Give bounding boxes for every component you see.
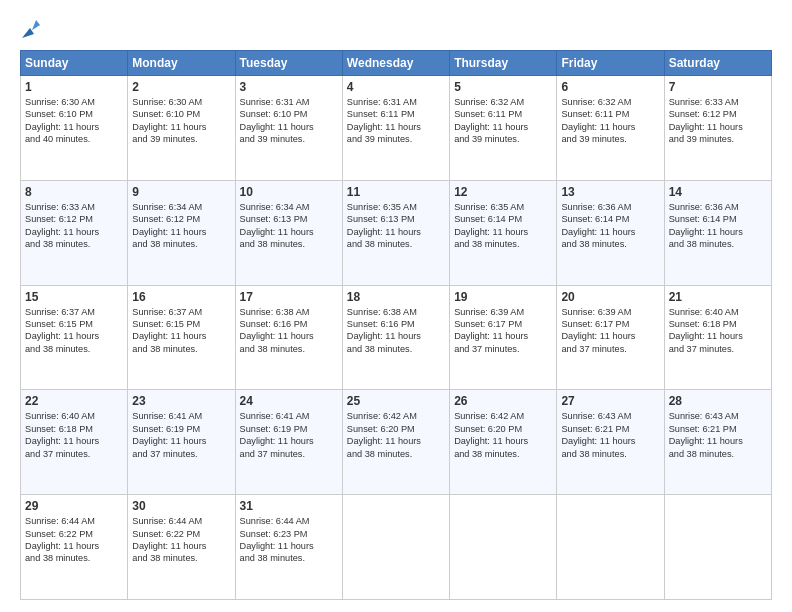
cell-info: Sunrise: 6:43 AMSunset: 6:21 PMDaylight:…	[561, 410, 659, 460]
page: SundayMondayTuesdayWednesdayThursdayFrid…	[0, 0, 792, 612]
day-number: 21	[669, 290, 767, 304]
calendar-cell: 18Sunrise: 6:38 AMSunset: 6:16 PMDayligh…	[342, 285, 449, 390]
cell-info: Sunrise: 6:30 AMSunset: 6:10 PMDaylight:…	[25, 96, 123, 146]
calendar-cell	[342, 495, 449, 600]
cell-info: Sunrise: 6:40 AMSunset: 6:18 PMDaylight:…	[669, 306, 767, 356]
calendar-cell: 17Sunrise: 6:38 AMSunset: 6:16 PMDayligh…	[235, 285, 342, 390]
logo-icon	[22, 16, 44, 38]
day-number: 19	[454, 290, 552, 304]
day-number: 9	[132, 185, 230, 199]
calendar-cell: 16Sunrise: 6:37 AMSunset: 6:15 PMDayligh…	[128, 285, 235, 390]
calendar-cell: 12Sunrise: 6:35 AMSunset: 6:14 PMDayligh…	[450, 180, 557, 285]
calendar-cell: 30Sunrise: 6:44 AMSunset: 6:22 PMDayligh…	[128, 495, 235, 600]
calendar-cell: 5Sunrise: 6:32 AMSunset: 6:11 PMDaylight…	[450, 76, 557, 181]
cell-info: Sunrise: 6:44 AMSunset: 6:22 PMDaylight:…	[25, 515, 123, 565]
day-number: 11	[347, 185, 445, 199]
cell-info: Sunrise: 6:31 AMSunset: 6:10 PMDaylight:…	[240, 96, 338, 146]
cell-info: Sunrise: 6:44 AMSunset: 6:22 PMDaylight:…	[132, 515, 230, 565]
weekday-header-monday: Monday	[128, 51, 235, 76]
day-number: 30	[132, 499, 230, 513]
weekday-header-friday: Friday	[557, 51, 664, 76]
header	[20, 18, 772, 40]
day-number: 5	[454, 80, 552, 94]
day-number: 12	[454, 185, 552, 199]
day-number: 27	[561, 394, 659, 408]
weekday-header-saturday: Saturday	[664, 51, 771, 76]
day-number: 18	[347, 290, 445, 304]
cell-info: Sunrise: 6:42 AMSunset: 6:20 PMDaylight:…	[347, 410, 445, 460]
calendar-cell: 21Sunrise: 6:40 AMSunset: 6:18 PMDayligh…	[664, 285, 771, 390]
day-number: 7	[669, 80, 767, 94]
day-number: 8	[25, 185, 123, 199]
calendar-cell: 7Sunrise: 6:33 AMSunset: 6:12 PMDaylight…	[664, 76, 771, 181]
day-number: 25	[347, 394, 445, 408]
day-number: 26	[454, 394, 552, 408]
calendar-week-1: 1Sunrise: 6:30 AMSunset: 6:10 PMDaylight…	[21, 76, 772, 181]
day-number: 2	[132, 80, 230, 94]
cell-info: Sunrise: 6:40 AMSunset: 6:18 PMDaylight:…	[25, 410, 123, 460]
calendar-cell	[450, 495, 557, 600]
day-number: 29	[25, 499, 123, 513]
logo	[20, 18, 44, 40]
day-number: 14	[669, 185, 767, 199]
day-number: 23	[132, 394, 230, 408]
day-number: 6	[561, 80, 659, 94]
weekday-header-sunday: Sunday	[21, 51, 128, 76]
calendar-cell: 10Sunrise: 6:34 AMSunset: 6:13 PMDayligh…	[235, 180, 342, 285]
day-number: 24	[240, 394, 338, 408]
cell-info: Sunrise: 6:30 AMSunset: 6:10 PMDaylight:…	[132, 96, 230, 146]
calendar-header-row: SundayMondayTuesdayWednesdayThursdayFrid…	[21, 51, 772, 76]
calendar-cell	[557, 495, 664, 600]
cell-info: Sunrise: 6:33 AMSunset: 6:12 PMDaylight:…	[669, 96, 767, 146]
calendar-cell: 4Sunrise: 6:31 AMSunset: 6:11 PMDaylight…	[342, 76, 449, 181]
cell-info: Sunrise: 6:37 AMSunset: 6:15 PMDaylight:…	[132, 306, 230, 356]
day-number: 20	[561, 290, 659, 304]
calendar-cell: 25Sunrise: 6:42 AMSunset: 6:20 PMDayligh…	[342, 390, 449, 495]
calendar-cell: 3Sunrise: 6:31 AMSunset: 6:10 PMDaylight…	[235, 76, 342, 181]
cell-info: Sunrise: 6:42 AMSunset: 6:20 PMDaylight:…	[454, 410, 552, 460]
day-number: 15	[25, 290, 123, 304]
calendar-cell: 28Sunrise: 6:43 AMSunset: 6:21 PMDayligh…	[664, 390, 771, 495]
calendar-cell: 8Sunrise: 6:33 AMSunset: 6:12 PMDaylight…	[21, 180, 128, 285]
day-number: 28	[669, 394, 767, 408]
cell-info: Sunrise: 6:39 AMSunset: 6:17 PMDaylight:…	[561, 306, 659, 356]
calendar-cell	[664, 495, 771, 600]
day-number: 4	[347, 80, 445, 94]
calendar-cell: 24Sunrise: 6:41 AMSunset: 6:19 PMDayligh…	[235, 390, 342, 495]
cell-info: Sunrise: 6:31 AMSunset: 6:11 PMDaylight:…	[347, 96, 445, 146]
calendar-cell: 22Sunrise: 6:40 AMSunset: 6:18 PMDayligh…	[21, 390, 128, 495]
cell-info: Sunrise: 6:36 AMSunset: 6:14 PMDaylight:…	[669, 201, 767, 251]
day-number: 10	[240, 185, 338, 199]
day-number: 3	[240, 80, 338, 94]
cell-info: Sunrise: 6:33 AMSunset: 6:12 PMDaylight:…	[25, 201, 123, 251]
cell-info: Sunrise: 6:37 AMSunset: 6:15 PMDaylight:…	[25, 306, 123, 356]
calendar-cell: 31Sunrise: 6:44 AMSunset: 6:23 PMDayligh…	[235, 495, 342, 600]
calendar-week-3: 15Sunrise: 6:37 AMSunset: 6:15 PMDayligh…	[21, 285, 772, 390]
cell-info: Sunrise: 6:44 AMSunset: 6:23 PMDaylight:…	[240, 515, 338, 565]
day-number: 31	[240, 499, 338, 513]
calendar-cell: 9Sunrise: 6:34 AMSunset: 6:12 PMDaylight…	[128, 180, 235, 285]
cell-info: Sunrise: 6:38 AMSunset: 6:16 PMDaylight:…	[240, 306, 338, 356]
cell-info: Sunrise: 6:32 AMSunset: 6:11 PMDaylight:…	[561, 96, 659, 146]
calendar-cell: 6Sunrise: 6:32 AMSunset: 6:11 PMDaylight…	[557, 76, 664, 181]
calendar-cell: 11Sunrise: 6:35 AMSunset: 6:13 PMDayligh…	[342, 180, 449, 285]
cell-info: Sunrise: 6:38 AMSunset: 6:16 PMDaylight:…	[347, 306, 445, 356]
calendar-cell: 14Sunrise: 6:36 AMSunset: 6:14 PMDayligh…	[664, 180, 771, 285]
weekday-header-tuesday: Tuesday	[235, 51, 342, 76]
calendar-week-4: 22Sunrise: 6:40 AMSunset: 6:18 PMDayligh…	[21, 390, 772, 495]
calendar-cell: 1Sunrise: 6:30 AMSunset: 6:10 PMDaylight…	[21, 76, 128, 181]
calendar-cell: 27Sunrise: 6:43 AMSunset: 6:21 PMDayligh…	[557, 390, 664, 495]
cell-info: Sunrise: 6:32 AMSunset: 6:11 PMDaylight:…	[454, 96, 552, 146]
cell-info: Sunrise: 6:36 AMSunset: 6:14 PMDaylight:…	[561, 201, 659, 251]
calendar-week-5: 29Sunrise: 6:44 AMSunset: 6:22 PMDayligh…	[21, 495, 772, 600]
day-number: 17	[240, 290, 338, 304]
day-number: 13	[561, 185, 659, 199]
calendar-cell: 23Sunrise: 6:41 AMSunset: 6:19 PMDayligh…	[128, 390, 235, 495]
weekday-header-thursday: Thursday	[450, 51, 557, 76]
calendar-week-2: 8Sunrise: 6:33 AMSunset: 6:12 PMDaylight…	[21, 180, 772, 285]
calendar-cell: 26Sunrise: 6:42 AMSunset: 6:20 PMDayligh…	[450, 390, 557, 495]
cell-info: Sunrise: 6:39 AMSunset: 6:17 PMDaylight:…	[454, 306, 552, 356]
cell-info: Sunrise: 6:35 AMSunset: 6:14 PMDaylight:…	[454, 201, 552, 251]
calendar-cell: 19Sunrise: 6:39 AMSunset: 6:17 PMDayligh…	[450, 285, 557, 390]
cell-info: Sunrise: 6:41 AMSunset: 6:19 PMDaylight:…	[132, 410, 230, 460]
